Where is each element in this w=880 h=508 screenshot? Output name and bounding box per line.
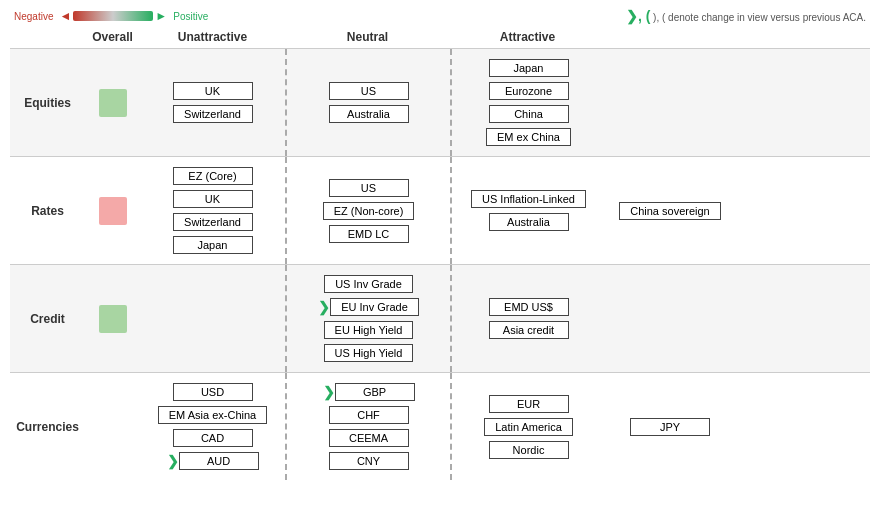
credit-attractive: EMD US$ Asia credit: [450, 265, 605, 372]
currencies-label: Currencies: [10, 373, 85, 480]
credit-overall: [85, 265, 140, 372]
equities-overall: [85, 49, 140, 156]
credit-neutral-euhighyield: EU High Yield: [324, 321, 414, 339]
equities-unattractive: UK Switzerland: [140, 49, 285, 156]
currencies-row: Currencies USD EM Asia ex-China CAD ❯ AU…: [10, 372, 870, 480]
rates-row: Rates EZ (Core) UK Switzerland Japan US …: [10, 156, 870, 264]
equities-color-square: [99, 89, 127, 117]
credit-label: Credit: [10, 265, 85, 372]
rates-unattractive: EZ (Core) UK Switzerland Japan: [140, 157, 285, 264]
positive-label: Positive: [173, 11, 208, 22]
equities-neutral-australia: Australia: [329, 105, 409, 123]
currencies-neutral-chf: CHF: [329, 406, 409, 424]
equities-extra: [605, 49, 735, 156]
col-headers-row: Overall Unattractive Neutral Attractive: [10, 30, 870, 48]
credit-extra: [605, 265, 735, 372]
equities-label: Equities: [10, 49, 85, 156]
equities-row: Equities UK Switzerland US Australia Jap…: [10, 48, 870, 156]
currencies-unattr-aud: AUD: [179, 452, 259, 470]
currencies-attr-eur: EUR: [489, 395, 569, 413]
currencies-extra-jpy: JPY: [630, 418, 710, 436]
equities-attr-china: China: [489, 105, 569, 123]
legend-gradient: [73, 11, 153, 21]
credit-neutral-usinvgrade: US Inv Grade: [324, 275, 413, 293]
currencies-attractive: EUR Latin America Nordic: [450, 373, 605, 480]
rates-attractive: US Inflation-Linked Australia: [450, 157, 605, 264]
rates-unattr-japan: Japan: [173, 236, 253, 254]
col-header-empty: [10, 30, 85, 44]
currencies-neutral-ceema: CEEMA: [329, 429, 409, 447]
credit-neutral-ushighyield: US High Yield: [324, 344, 414, 362]
rates-label: Rates: [10, 157, 85, 264]
equities-attr-eurozone: Eurozone: [489, 82, 569, 100]
equities-attractive: Japan Eurozone China EM ex China: [450, 49, 605, 156]
currencies-unattr-emasia: EM Asia ex-China: [158, 406, 267, 424]
rates-neutral-us: US: [329, 179, 409, 197]
equities-attr-japan: Japan: [489, 59, 569, 77]
currencies-attr-nordic: Nordic: [489, 441, 569, 459]
legend-left: Negative ◄ ► Positive: [14, 9, 208, 23]
equities-unattr-switzerland: Switzerland: [173, 105, 253, 123]
equities-unattr-uk: UK: [173, 82, 253, 100]
credit-neutral-euinvgrade: EU Inv Grade: [330, 298, 419, 316]
legend-note: ❯, ( ), ( denote change in view versus p…: [626, 8, 866, 24]
credit-neutral-euinvgrade-row: ❯ EU Inv Grade: [318, 298, 419, 316]
currencies-unattr-cad: CAD: [173, 429, 253, 447]
currencies-attr-latam: Latin America: [484, 418, 573, 436]
currencies-overall: [85, 373, 140, 480]
rates-color-square: [99, 197, 127, 225]
credit-attr-emdus: EMD US$: [489, 298, 569, 316]
rates-attr-australia: Australia: [489, 213, 569, 231]
rates-attr-usinflation: US Inflation-Linked: [471, 190, 586, 208]
col-header-extra: [605, 30, 735, 44]
rates-unattr-ezccore: EZ (Core): [173, 167, 253, 185]
currencies-unattr-aud-row: ❯ AUD: [167, 452, 259, 470]
equities-neutral-us: US: [329, 82, 409, 100]
credit-eu-inv-grade-arrow: ❯: [318, 299, 330, 315]
currencies-neutral: ❯ GBP CHF CEEMA CNY: [285, 373, 450, 480]
currencies-gbp-arrow: ❯: [323, 384, 335, 400]
rates-unattr-switzerland: Switzerland: [173, 213, 253, 231]
credit-unattractive: [140, 265, 285, 372]
rates-overall: [85, 157, 140, 264]
rates-neutral-eznon: EZ (Non-core): [323, 202, 415, 220]
currencies-unattractive: USD EM Asia ex-China CAD ❯ AUD: [140, 373, 285, 480]
rates-unattr-uk: UK: [173, 190, 253, 208]
equities-attr-em-ex-china: EM ex China: [486, 128, 571, 146]
currencies-aud-arrow: ❯: [167, 453, 179, 469]
col-header-attractive: Attractive: [450, 30, 605, 44]
credit-row: Credit US Inv Grade ❯ EU Inv Grade EU Hi…: [10, 264, 870, 372]
col-header-unattractive: Unattractive: [140, 30, 285, 44]
equities-neutral: US Australia: [285, 49, 450, 156]
col-header-overall: Overall: [85, 30, 140, 44]
currencies-extra: JPY: [605, 373, 735, 480]
page-container: Negative ◄ ► Positive ❯, ( ), ( denote c…: [0, 0, 880, 488]
credit-color-square: [99, 305, 127, 333]
negative-label: Negative: [14, 11, 53, 22]
currencies-unattr-usd: USD: [173, 383, 253, 401]
rates-neutral: US EZ (Non-core) EMD LC: [285, 157, 450, 264]
credit-neutral: US Inv Grade ❯ EU Inv Grade EU High Yiel…: [285, 265, 450, 372]
currencies-neutral-gbp: GBP: [335, 383, 415, 401]
rates-extra-china-sovereign: China sovereign: [619, 202, 721, 220]
rates-extra: China sovereign: [605, 157, 735, 264]
currencies-neutral-cny: CNY: [329, 452, 409, 470]
legend-row: Negative ◄ ► Positive ❯, ( ), ( denote c…: [10, 8, 870, 24]
credit-attr-asiacredit: Asia credit: [489, 321, 569, 339]
rates-neutral-emdlc: EMD LC: [329, 225, 409, 243]
legend-arrow-icon: ❯, (: [626, 8, 650, 24]
currencies-neutral-gbp-row: ❯ GBP: [323, 383, 415, 401]
col-header-neutral: Neutral: [285, 30, 450, 44]
